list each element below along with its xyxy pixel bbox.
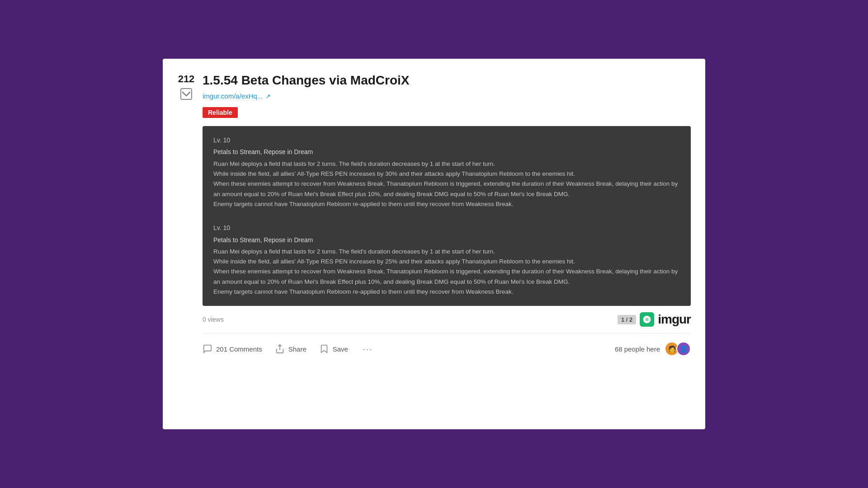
vote-count: 212 (178, 73, 195, 85)
downvote-icon[interactable] (179, 87, 193, 101)
more-button[interactable]: ··· (361, 344, 375, 354)
imgur-icon (640, 312, 654, 327)
save-button[interactable]: Save (319, 344, 348, 354)
comment-icon (203, 344, 212, 354)
post-title: 1.5.54 Beta Changes via MadCroiX (203, 73, 691, 88)
imgur-wordmark: imgur (658, 312, 691, 327)
skill-level-2: Lv. 10 (213, 223, 680, 233)
skill-desc-1: Ruan Mei deploys a field that lasts for … (213, 159, 680, 209)
post-content: 1.5.54 Beta Changes via MadCroiX imgur.c… (203, 73, 691, 365)
imgur-logo-area: 1 / 2 imgur (618, 312, 691, 327)
post-header: 212 1.5.54 Beta Changes via MadCroiX img… (177, 73, 691, 365)
skill-block-2: Lv. 10 Petals to Stream, Repose in Dream… (213, 223, 680, 297)
page-badge: 1 / 2 (618, 315, 636, 324)
save-label: Save (333, 345, 348, 353)
more-label: ··· (363, 344, 373, 354)
skill-desc-2: Ruan Mei deploys a field that lasts for … (213, 247, 680, 297)
share-icon (275, 344, 285, 354)
views-text: 0 views (203, 316, 224, 323)
people-here-text: 68 people here (615, 345, 660, 353)
image-footer: 0 views 1 / 2 imgur (203, 306, 691, 333)
post-card: 212 1.5.54 Beta Changes via MadCroiX img… (163, 59, 705, 429)
reliable-badge: Reliable (203, 107, 238, 118)
skill-name-2: Petals to Stream, Repose in Dream (213, 235, 680, 245)
image-container: Lv. 10 Petals to Stream, Repose in Dream… (203, 126, 691, 306)
action-left: 201 Comments Share S (203, 344, 375, 354)
action-bar: 201 Comments Share S (203, 333, 691, 365)
comments-label: 201 Comments (216, 345, 262, 353)
share-button[interactable]: Share (275, 344, 307, 354)
avatars: 🧑 👤 (665, 342, 691, 356)
people-here: 68 people here 🧑 👤 (615, 342, 691, 356)
share-label: Share (288, 345, 307, 353)
skill-level-1: Lv. 10 (213, 135, 680, 145)
external-link-icon: ↗ (265, 93, 271, 100)
avatar-2: 👤 (676, 342, 691, 356)
post-link-row: imgur.com/a/exHq... ↗ (203, 92, 691, 100)
comments-button[interactable]: 201 Comments (203, 344, 262, 354)
svg-rect-0 (181, 89, 192, 99)
bookmark-icon (319, 344, 329, 354)
post-link[interactable]: imgur.com/a/exHq... (203, 92, 263, 100)
skill-block-1: Lv. 10 Petals to Stream, Repose in Dream… (213, 135, 680, 209)
skill-name-1: Petals to Stream, Repose in Dream (213, 147, 680, 157)
vote-section: 212 (177, 73, 195, 101)
